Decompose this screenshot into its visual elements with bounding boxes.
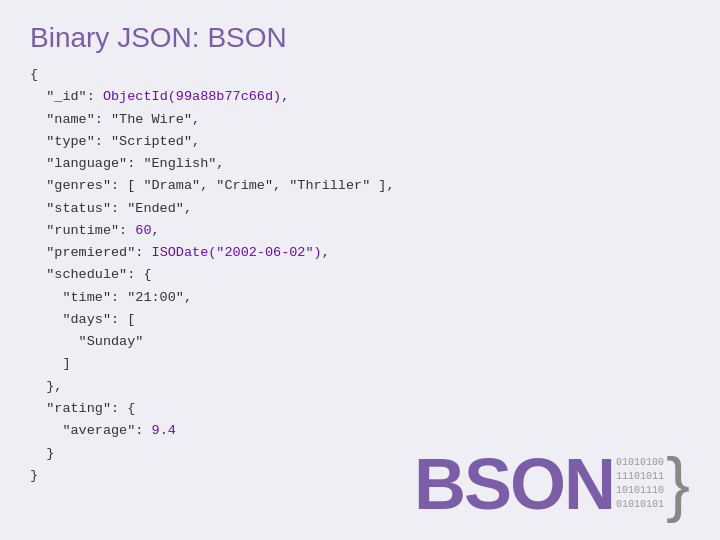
title-highlight: BSON — [207, 22, 286, 53]
page-title: Binary JSON: BSON — [0, 0, 720, 64]
code-line: "_id": ObjectId(99a88b77c66d), — [30, 86, 690, 108]
code-line: ] — [30, 353, 690, 375]
code-line: "genres": [ "Drama", "Crime", "Thriller"… — [30, 175, 690, 197]
special-value: ObjectId(99a88b77c66d) — [103, 89, 281, 104]
title-text: Binary JSON: — [30, 22, 207, 53]
bson-brace-group: 01010100111010111010111001010101 — [614, 456, 664, 512]
special-value: ISODate("2002-06-02") — [152, 245, 322, 260]
code-line: "status": "Ended", — [30, 198, 690, 220]
bson-watermark: BSON 01010100111010111010111001010101 } — [414, 448, 690, 520]
code-line: }, — [30, 376, 690, 398]
binary-decoration: 01010100111010111010111001010101 — [616, 456, 664, 512]
code-line: "time": "21:00", — [30, 287, 690, 309]
code-line: { — [30, 64, 690, 86]
code-line: "premiered": ISODate("2002-06-02"), — [30, 242, 690, 264]
code-line: "Sunday" — [30, 331, 690, 353]
code-line: "schedule": { — [30, 264, 690, 286]
code-line: "days": [ — [30, 309, 690, 331]
code-line: "runtime": 60, — [30, 220, 690, 242]
bson-logo-text: BSON — [414, 448, 614, 520]
code-block: { "_id": ObjectId(99a88b77c66d), "name":… — [30, 64, 690, 487]
closing-brace-char: } — [666, 453, 690, 514]
code-line: "average": 9.4 — [30, 420, 690, 442]
code-line: "name": "The Wire", — [30, 109, 690, 131]
number-value: 60 — [135, 223, 151, 238]
code-line: "rating": { — [30, 398, 690, 420]
number-value: 9.4 — [152, 423, 176, 438]
code-line: "language": "English", — [30, 153, 690, 175]
code-line: "type": "Scripted", — [30, 131, 690, 153]
